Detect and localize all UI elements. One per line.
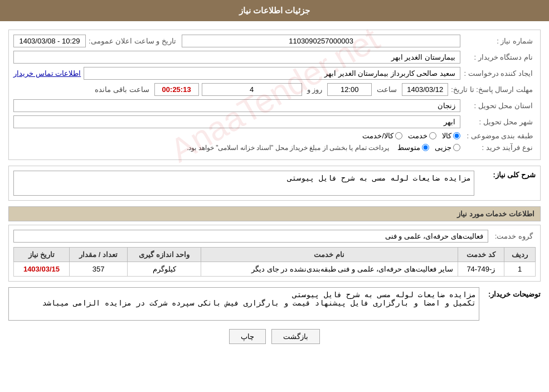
buyer-notes-value[interactable] (8, 287, 479, 321)
row-need-number: شماره نیاز : 1103090257000003 تاریخ و سا… (13, 35, 536, 47)
row-city: شهر محل تحویل : ابهر (13, 115, 536, 128)
buyer-org-label: نام دستگاه خریدار : (463, 53, 536, 61)
services-section-title: اطلاعات خدمات مورد نیاز (8, 206, 541, 221)
page-header: جزئیات اطلاعات نیاز (0, 0, 549, 21)
services-table: ردیف کد خدمت نام خدمت واحد اندازه گیری ت… (13, 247, 536, 277)
button-row: بازگشت چاپ (8, 329, 541, 344)
row-category: طبقه بندی موضوعی : کالا خدمت کالا/خدمت (13, 132, 536, 140)
service-group-label: گروه خدمت: (491, 232, 536, 240)
col-header-name: نام خدمت (201, 248, 458, 262)
header-title: جزئیات اطلاعات نیاز (239, 6, 310, 15)
creator-label: ایجاد کننده درخواست : (463, 69, 536, 78)
row-creator: ایجاد کننده درخواست : سعید صالحی کاربردا… (13, 67, 536, 80)
city-label: شهر محل تحویل : (463, 118, 536, 126)
col-header-row: ردیف (504, 248, 536, 262)
buyer-notes-title: توضیحات خریدار: (485, 287, 541, 298)
creator-value: سعید صالحی کاربرداز بیمارستان الغدیر ابه… (84, 67, 460, 80)
info-section: AnaaTender.net شماره نیاز : 110309025700… (8, 30, 541, 160)
need-number-label: شماره نیاز : (463, 37, 536, 45)
category-option-khedmat[interactable]: خدمت (408, 132, 436, 140)
row-service-group: گروه خدمت: فعالیت‌های حرفه‌ای، علمی و فن… (13, 230, 536, 243)
col-header-date: تاریخ نیاز (14, 248, 70, 262)
purchase-type-radio-group: جزیی متوسط (397, 143, 460, 152)
send-date-value: 1403/03/12 (402, 83, 448, 96)
category-option-kala[interactable]: کالا (442, 132, 460, 140)
purchase-type-note: پرداخت تمام یا بخشی از مبلغ خریداز محل "… (187, 144, 389, 152)
back-button[interactable]: بازگشت (271, 329, 320, 344)
province-value: زنجان (13, 99, 460, 112)
print-button[interactable]: چاپ (229, 329, 266, 344)
row-send-date: مهلت ارسال پاسخ: تا تاریخ: 1403/03/12 سا… (13, 83, 536, 96)
page-wrapper: جزئیات اطلاعات نیاز AnaaTender.net شماره… (0, 0, 549, 392)
announce-value: 1403/03/08 - 10:29 (13, 35, 86, 47)
send-remaining-value: 00:25:13 (154, 83, 199, 96)
row-province: استان محل تحویل : زنجان (13, 99, 536, 112)
need-description-title: شرح کلی نیاز: (480, 171, 536, 179)
col-header-code: کد خدمت (458, 248, 504, 262)
need-description-section: شرح کلی نیاز: (8, 166, 541, 201)
buyer-notes-section: توضیحات خریدار: (8, 287, 541, 321)
send-days-value: 4 (202, 83, 302, 96)
table-row: 1 ز-749-74 سایر فعالیت‌های حرفه‌ای، علمی… (14, 262, 536, 277)
services-section: گروه خدمت: فعالیت‌های حرفه‌ای، علمی و فن… (8, 225, 541, 282)
row-buyer-org: نام دستگاه خریدار : بیمارستان الغدیر ابه… (13, 51, 536, 64)
service-group-value: فعالیت‌های حرفه‌ای، علمی و فنی (13, 230, 488, 243)
content-area: AnaaTender.net شماره نیاز : 110309025700… (0, 27, 549, 347)
col-header-unit: واحد اندازه گیری (128, 248, 201, 262)
announce-label: تاریخ و ساعت اعلان عمومی: (89, 37, 179, 45)
purchase-type-motavasset[interactable]: متوسط (397, 143, 429, 152)
row-purchase-type: نوع فرآیند خرید : جزیی متوسط پرداخت تمام… (13, 143, 536, 152)
purchase-type-jozii[interactable]: جزیی (435, 143, 460, 152)
purchase-type-label: نوع فرآیند خرید : (463, 143, 536, 152)
need-description-value[interactable] (13, 171, 474, 196)
send-date-label: مهلت ارسال پاسخ: تا تاریخ: (451, 85, 536, 94)
send-remaining-label: ساعت باقی مانده (95, 85, 149, 94)
send-days-label: روز و (307, 85, 323, 94)
category-label: طبقه بندی موضوعی : (463, 132, 536, 140)
contact-link[interactable]: اطلاعات تماس خریدار (13, 69, 81, 78)
send-time-label: ساعت (377, 85, 397, 94)
col-header-qty: تعداد / مقدار (69, 248, 127, 262)
city-value: ابهر (13, 115, 460, 128)
buyer-org-value: بیمارستان الغدیر ابهر (13, 51, 460, 64)
send-time-value: 12:00 (327, 83, 372, 96)
need-number-value: 1103090257000003 (182, 35, 460, 47)
category-option-kala-khedmat[interactable]: کالا/خدمت (362, 132, 402, 140)
category-radio-group: کالا خدمت کالا/خدمت (362, 132, 460, 140)
province-label: استان محل تحویل : (463, 101, 536, 110)
